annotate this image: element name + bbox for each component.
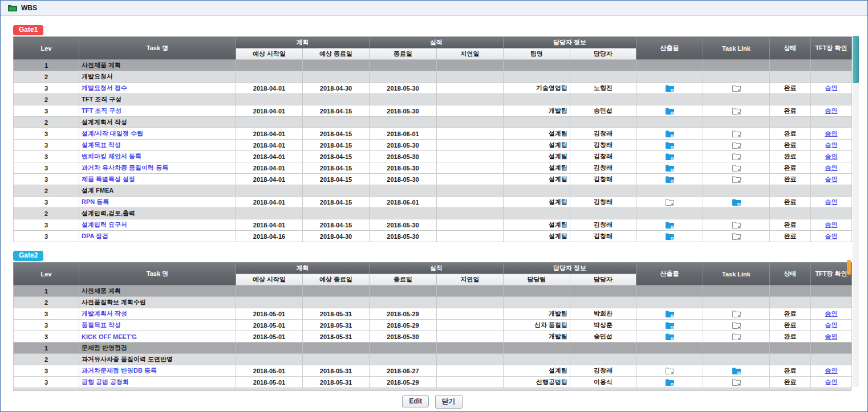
edit-button[interactable]: Edit [402,395,429,407]
task-name-link[interactable]: DPA 점검 [82,232,108,239]
blue-folder-icon[interactable] [666,221,674,229]
task-row: 1사전제품 계획 [14,60,852,71]
team-cell: 개발팀 [504,308,570,320]
blue-folder-icon[interactable] [666,153,674,160]
approve-link[interactable]: 승인 [825,84,838,91]
task-name-link[interactable]: TFT 조직 구성 [82,107,121,114]
owner-cell [570,185,636,197]
approve-link[interactable]: 승인 [825,141,838,148]
gray-folder-icon[interactable] [732,107,741,115]
delay-cell [437,128,504,140]
approve-link[interactable]: 승인 [825,153,838,160]
deliverable-cell [636,208,703,219]
delay-cell [437,83,504,94]
col-group-owner-info: 담당자 정보 [504,263,636,274]
gray-folder-icon[interactable] [732,84,741,92]
task-name-cell: 벤치마킹 제안서 등록 [79,151,236,162]
approve-link[interactable]: 승인 [825,232,838,239]
col-header-status: 상태 [770,263,811,285]
blue-folder-icon[interactable] [732,198,741,206]
approve-link[interactable]: 승인 [825,107,838,114]
team-cell [504,285,570,297]
task-name-link[interactable]: 개발계획서 작성 [82,310,127,317]
blue-folder-icon[interactable] [666,333,674,340]
gray-folder-icon[interactable] [732,164,741,172]
status-cell [770,285,811,297]
task-name-link[interactable]: 설계/시작 대일정 수립 [82,130,143,137]
plan-start-cell [236,71,303,83]
approve-link[interactable]: 승인 [825,321,838,328]
gray-folder-icon[interactable] [732,221,741,229]
gate2-badge: Gate2 [13,251,43,261]
plan-end-cell [303,94,370,105]
task-name-link[interactable]: RPN 등록 [82,198,109,205]
approve-link[interactable]: 승인 [825,198,838,205]
col-header-task-name: Task 명 [79,37,236,60]
blue-folder-icon[interactable] [666,107,674,115]
gray-folder-icon[interactable] [732,333,741,340]
task-name-link[interactable]: 금형 공법 공청회 [82,378,129,385]
task-name-link[interactable]: 설계입력 요구서 [82,221,127,228]
deliverable-cell [636,365,703,377]
blue-folder-icon[interactable] [666,141,674,149]
blue-folder-icon[interactable] [666,130,674,137]
approve-link[interactable]: 승인 [825,333,838,340]
task-name-link[interactable]: 제품 특별특성 설정 [82,176,135,182]
task-name-link[interactable]: 개발요청서 접수 [82,84,127,91]
approve-link[interactable]: 승인 [825,176,838,182]
plan-end-cell: 2018-04-15 [303,140,370,151]
owner-cell: 김창래 [570,140,636,151]
scrollbar-thumb[interactable] [853,36,859,83]
blue-folder-icon[interactable] [666,378,674,386]
plan-end-cell: 2018-05-31 [303,308,370,320]
task-row: 3과거차 유사차종 품질이력 등록2018-04-012018-04-15201… [14,162,852,174]
gray-folder-icon[interactable] [732,153,741,160]
tft-confirm-cell: 승인 [811,377,852,388]
blue-folder-icon[interactable] [666,232,674,240]
approve-link[interactable]: 승인 [825,130,838,137]
approve-link[interactable]: 승인 [825,221,838,228]
gray-folder-icon[interactable] [732,310,741,317]
approve-link[interactable]: 승인 [825,367,838,374]
task-name-link[interactable]: 벤치마킹 제안서 등록 [82,153,141,160]
col-header-delay: 지연일 [437,274,504,285]
team-cell [504,342,570,354]
gray-folder-icon[interactable] [732,176,741,183]
gray-folder-icon[interactable] [732,130,741,137]
task-name-cell: TFT 조직 구성 [79,94,236,105]
approve-link[interactable]: 승인 [825,164,838,171]
gray-folder-icon[interactable] [732,321,741,329]
blue-folder-icon[interactable] [732,367,741,374]
task-name-link[interactable]: 과거차문제점 반영DB 등록 [82,367,157,374]
delay-cell [437,71,504,83]
task-row: 2설계계획서 작성 [14,117,852,128]
gray-folder-icon[interactable] [732,378,741,386]
gray-folder-icon[interactable] [666,367,674,374]
gray-folder-icon[interactable] [666,198,674,206]
team-cell: 설계팀 [504,128,570,140]
task-name-link[interactable]: KICK OFF MEET'G [82,333,137,340]
gray-folder-icon[interactable] [732,141,741,149]
gate1-badge: Gate1 [13,25,43,35]
task-name-link[interactable]: 품질목표 작성 [82,321,121,328]
col-header-delay: 지연일 [437,48,504,60]
actual-end-cell: 2018-05-29 [370,377,437,388]
tft-confirm-cell: 승인 [811,128,852,140]
lev-cell: 2 [14,297,79,308]
close-button[interactable]: 닫기 [435,395,463,409]
actual-end-cell [370,60,437,71]
blue-folder-icon[interactable] [666,310,674,317]
blue-folder-icon[interactable] [666,176,674,183]
approve-link[interactable]: 승인 [825,310,838,317]
blue-folder-icon[interactable] [666,84,674,92]
gate2-scrollbar-thumb[interactable] [847,260,851,275]
approve-link[interactable]: 승인 [825,378,838,385]
col-header-actual-end: 종료일 [370,274,437,285]
task-row: 3TFT 조직 구성2018-04-012018-04-152018-05-30… [14,105,852,117]
blue-folder-icon[interactable] [666,164,674,172]
task-name-link[interactable]: 과거차 유사차종 품질이력 등록 [82,164,168,171]
blue-folder-icon[interactable] [666,321,674,329]
task-name-link[interactable]: 설계목표 작성 [82,141,121,148]
gray-folder-icon[interactable] [732,232,741,240]
tft-confirm-cell: 승인 [811,174,852,185]
